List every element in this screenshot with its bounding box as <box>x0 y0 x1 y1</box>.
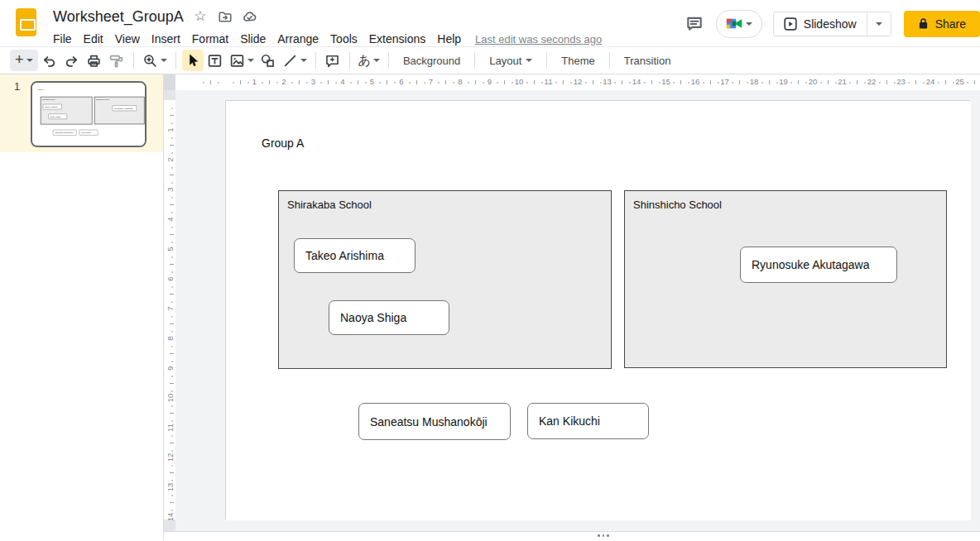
menu-bar: File Edit View Insert Format Slide Arran… <box>47 29 602 49</box>
move-to-folder-icon[interactable] <box>217 8 233 25</box>
insert-comment-button[interactable] <box>322 50 343 71</box>
name-card-kan-kikuchi[interactable]: Kan Kikuchi <box>527 403 649 439</box>
vertical-ruler: 1234567891011121314 <box>164 90 175 531</box>
input-tools-button[interactable]: あ <box>356 50 382 71</box>
notes-resize-handle[interactable] <box>598 534 609 537</box>
layout-button[interactable]: Layout <box>481 50 540 70</box>
slide-filmstrip: 1 Group A Shirakaba School Shinshicho Sc… <box>0 74 164 540</box>
text-box-button[interactable] <box>204 50 226 71</box>
menu-format[interactable]: Format <box>186 31 234 47</box>
comments-button[interactable] <box>684 13 705 35</box>
comment-icon <box>685 15 704 33</box>
name-card-ryunosuke-akutagawa[interactable]: Ryunosuke Akutagawa <box>740 247 897 283</box>
group-box-shirakaba[interactable]: Shirakaba School <box>278 190 612 369</box>
print-icon <box>86 53 102 69</box>
app-header: Worksheet_GroupA ☆ File Edit View Insert… <box>0 0 980 47</box>
present-icon <box>784 17 797 31</box>
insert-line-button[interactable] <box>280 50 310 71</box>
slides-logo-icon[interactable] <box>16 8 36 36</box>
transition-button[interactable]: Transition <box>616 50 680 70</box>
cloud-saved-icon[interactable] <box>242 8 258 25</box>
chevron-down-icon <box>373 59 380 62</box>
star-icon[interactable]: ☆ <box>192 8 209 25</box>
paint-format-button[interactable] <box>106 50 127 71</box>
menu-extensions[interactable]: Extensions <box>363 31 431 47</box>
redo-button[interactable] <box>61 50 83 71</box>
text-box-icon <box>207 53 223 69</box>
last-edit-status[interactable]: Last edit was seconds ago <box>475 33 602 45</box>
menu-slide[interactable]: Slide <box>234 31 271 47</box>
toolbar-separator <box>546 52 547 69</box>
name-card-takeo-arishima[interactable]: Takeo Arishima <box>294 238 416 273</box>
group-box-label: Shinshicho School <box>625 191 946 218</box>
lock-icon <box>918 17 929 30</box>
slideshow-button[interactable]: Slideshow <box>773 12 867 36</box>
document-title[interactable]: Worksheet_GroupA <box>53 8 184 26</box>
zoom-in-icon <box>142 53 158 69</box>
toolbar-separator <box>609 52 610 69</box>
chevron-down-icon <box>300 59 307 62</box>
plus-icon: + <box>15 52 24 67</box>
menu-file[interactable]: File <box>47 31 78 47</box>
insert-shape-button[interactable] <box>257 50 279 71</box>
slideshow-options-button[interactable] <box>867 12 891 36</box>
toolbar: + <box>0 47 980 74</box>
slide-thumbnail-row[interactable]: 1 Group A Shirakaba School Shinshicho Sc… <box>0 74 163 152</box>
toolbar-separator <box>388 52 389 69</box>
background-button[interactable]: Background <box>395 50 468 70</box>
slide-number: 1 <box>14 80 20 93</box>
ruler-corner <box>164 74 175 90</box>
chevron-down-icon <box>746 22 752 26</box>
toolbar-separator <box>349 52 350 69</box>
new-slide-button[interactable]: + <box>10 50 38 71</box>
menu-edit[interactable]: Edit <box>78 31 109 47</box>
chevron-down-icon <box>247 59 254 62</box>
share-button[interactable]: Share <box>904 11 980 37</box>
image-icon <box>229 53 245 69</box>
toolbar-separator <box>175 52 176 69</box>
chevron-down-icon <box>526 59 532 62</box>
insert-image-button[interactable] <box>227 50 257 71</box>
redo-icon <box>64 53 79 69</box>
chevron-down-icon <box>26 59 33 62</box>
paint-roller-icon <box>108 53 124 69</box>
chevron-down-icon <box>876 22 882 26</box>
toolbar-separator <box>474 52 475 69</box>
toolbar-separator <box>315 52 316 69</box>
meet-call-button[interactable] <box>716 10 762 38</box>
toolbar-separator <box>133 52 134 69</box>
horizontal-ruler: 1234567891011121314151617181920212223242… <box>164 74 980 90</box>
slide-thumbnail[interactable]: Group A Shirakaba School Shinshicho Scho… <box>31 81 147 147</box>
select-tool-button[interactable] <box>182 50 204 71</box>
comment-add-icon <box>324 53 340 69</box>
line-icon <box>282 53 298 69</box>
input-tools-icon: あ <box>358 53 371 69</box>
chevron-down-icon <box>161 59 167 62</box>
menu-view[interactable]: View <box>109 31 146 47</box>
undo-icon <box>41 53 57 69</box>
meet-icon <box>726 17 743 31</box>
name-card-naoya-shiga[interactable]: Naoya Shiga <box>329 300 449 335</box>
menu-help[interactable]: Help <box>431 31 467 47</box>
shapes-icon <box>260 53 276 69</box>
cursor-icon <box>185 53 200 68</box>
group-box-label: Shirakaba School <box>279 191 611 218</box>
slide-heading-text[interactable]: Group A <box>262 136 304 150</box>
name-card-saneatsu-mushanokoji[interactable]: Saneatsu Mushanokōji <box>358 403 511 440</box>
menu-insert[interactable]: Insert <box>146 31 186 47</box>
editing-canvas-area: 1234567891011121314151617181920212223242… <box>164 74 980 540</box>
menu-arrange[interactable]: Arrange <box>271 31 324 47</box>
menu-tools[interactable]: Tools <box>324 31 363 47</box>
zoom-button[interactable] <box>140 50 170 71</box>
slide-canvas[interactable]: Group A Shirakaba School Shinshicho Scho… <box>225 100 970 519</box>
undo-button[interactable] <box>39 50 60 71</box>
print-button[interactable] <box>84 50 105 71</box>
speaker-notes-divider <box>164 531 980 540</box>
theme-button[interactable]: Theme <box>553 50 603 70</box>
